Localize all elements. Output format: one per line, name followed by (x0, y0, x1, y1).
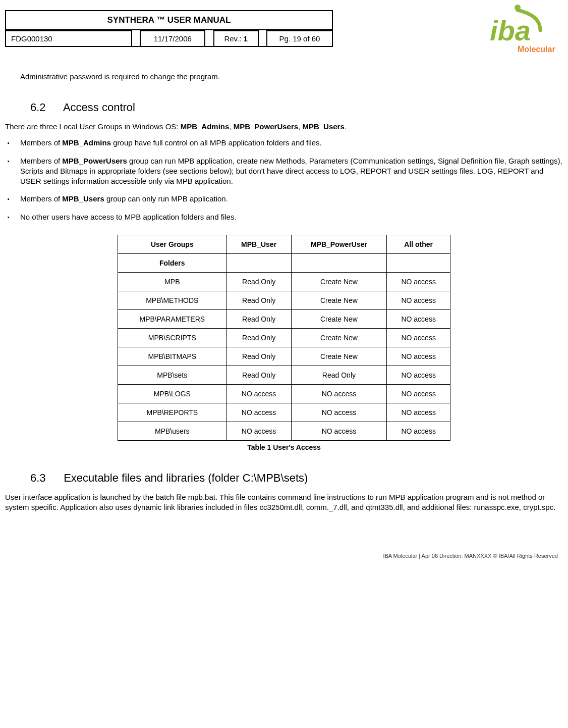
list-item: Members of MPB_Users group can only run … (5, 194, 563, 204)
table-header-row: User Groups MPB_User MPB_PowerUser All o… (118, 235, 450, 253)
table-row: MPB\SCRIPTSRead OnlyCreate NewNO access (118, 328, 450, 347)
table-row: MPB\setsRead OnlyRead OnlyNO access (118, 366, 450, 384)
doc-title: SYNTHERA ™ USER MANUAL (6, 11, 332, 30)
doc-date: 11/17/2006 (140, 30, 205, 46)
table-row: MPB\METHODSRead OnlyCreate NewNO access (118, 291, 450, 309)
section-6-3-body: User interface application is launched b… (5, 492, 563, 513)
doc-id: FDG000130 (6, 30, 132, 46)
access-group-list: Members of MPB_Admins group have full co… (5, 138, 563, 222)
user-access-table: User Groups MPB_User MPB_PowerUser All o… (118, 235, 450, 441)
svg-text:iba: iba (490, 15, 531, 46)
document-header: SYNTHERA ™ USER MANUAL FDG000130 11/17/2… (5, 10, 563, 47)
table-row: MPB\REPORTSNO accessNO accessNO access (118, 403, 450, 422)
svg-text:Molecular: Molecular (518, 45, 555, 54)
table-row: MPBRead OnlyCreate NewNO access (118, 272, 450, 291)
table-folders-row: Folders (118, 253, 450, 272)
list-item: Members of MPB_PowerUsers group can run … (5, 156, 563, 187)
doc-page: Pg. 19 of 60 (266, 30, 332, 46)
list-item: Members of MPB_Admins group have full co… (5, 138, 563, 148)
table-caption: Table 1 User's Access (5, 443, 563, 451)
brand-logo: iba Molecular (470, 3, 560, 57)
page-footer: IBA Molecular | Apr 06 Direction: MANXXX… (5, 553, 563, 559)
intro-paragraph: Administrative password is required to c… (20, 72, 563, 81)
table-row: MPB\BITMAPSRead OnlyCreate NewNO access (118, 347, 450, 366)
header-info-table: SYNTHERA ™ USER MANUAL FDG000130 11/17/2… (5, 10, 333, 47)
table-row: MPB\PARAMETERSRead OnlyCreate NewNO acce… (118, 309, 450, 328)
table-row: MPB\LOGSNO accessNO accessNO access (118, 384, 450, 403)
section-6-2-lead: There are three Local User Groups in Win… (5, 122, 563, 132)
doc-rev: Rev.: 1 (213, 30, 259, 46)
list-item: No other users have access to MPB applic… (5, 212, 563, 222)
table-row: MPB\usersNO accessNO accessNO access (118, 422, 450, 440)
section-6-2-heading: 6.2 Access control (30, 101, 563, 114)
section-6-3-heading: 6.3 Executable files and libraries (fold… (30, 472, 563, 485)
